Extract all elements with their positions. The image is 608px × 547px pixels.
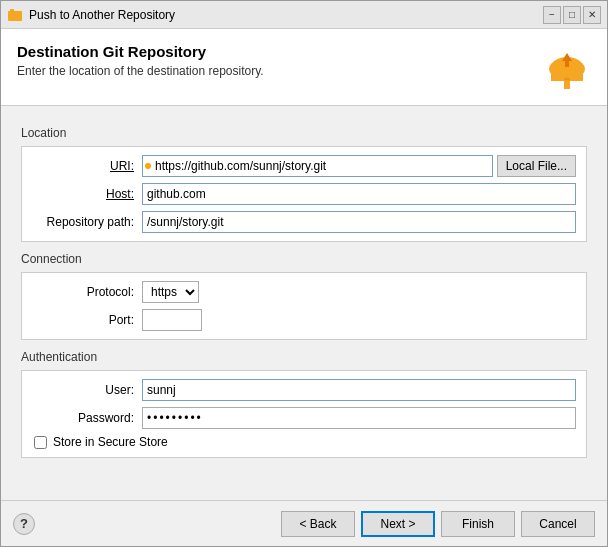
uri-input[interactable] bbox=[142, 155, 493, 177]
back-button[interactable]: < Back bbox=[281, 511, 355, 537]
svg-rect-1 bbox=[10, 9, 14, 13]
title-bar: Push to Another Repository − □ ✕ bbox=[1, 1, 607, 29]
title-bar-buttons: − □ ✕ bbox=[543, 6, 601, 24]
store-checkbox-row: Store in Secure Store bbox=[32, 435, 576, 449]
connection-section: Protocol: https ssh git Port: bbox=[21, 272, 587, 340]
local-file-button[interactable]: Local File... bbox=[497, 155, 576, 177]
svg-rect-0 bbox=[8, 11, 22, 21]
content-area: Location URI: Local File... Host: bbox=[1, 106, 607, 500]
close-button[interactable]: ✕ bbox=[583, 6, 601, 24]
auth-section: User: Password: Store in Secure Store bbox=[21, 370, 587, 458]
user-input[interactable] bbox=[142, 379, 576, 401]
cloud-upload-icon bbox=[545, 43, 589, 91]
port-label: Port: bbox=[32, 313, 142, 327]
uri-dot-indicator bbox=[145, 163, 151, 169]
uri-label: URI: bbox=[32, 159, 142, 173]
footer: ? < Back Next > Finish Cancel bbox=[1, 500, 607, 546]
uri-input-wrap bbox=[142, 155, 493, 177]
footer-right: < Back Next > Finish Cancel bbox=[281, 511, 595, 537]
header: Destination Git Repository Enter the loc… bbox=[1, 29, 607, 106]
next-button[interactable]: Next > bbox=[361, 511, 435, 537]
port-input[interactable] bbox=[142, 309, 202, 331]
password-row: Password: bbox=[32, 407, 576, 429]
uri-row: URI: Local File... bbox=[32, 155, 576, 177]
auth-section-label: Authentication bbox=[21, 350, 587, 364]
help-button[interactable]: ? bbox=[13, 513, 35, 535]
window-icon bbox=[7, 7, 23, 23]
user-row: User: bbox=[32, 379, 576, 401]
host-row: Host: bbox=[32, 183, 576, 205]
svg-rect-9 bbox=[565, 59, 569, 67]
cancel-button[interactable]: Cancel bbox=[521, 511, 595, 537]
protocol-label: Protocol: bbox=[32, 285, 142, 299]
svg-point-7 bbox=[564, 78, 570, 81]
title-bar-text: Push to Another Repository bbox=[29, 8, 543, 22]
host-label: Host: bbox=[32, 187, 142, 201]
maximize-button[interactable]: □ bbox=[563, 6, 581, 24]
password-input[interactable] bbox=[142, 407, 576, 429]
location-section: URI: Local File... Host: Repository path… bbox=[21, 146, 587, 242]
host-input[interactable] bbox=[142, 183, 576, 205]
password-label: Password: bbox=[32, 411, 142, 425]
repo-path-row: Repository path: bbox=[32, 211, 576, 233]
port-row: Port: bbox=[32, 309, 576, 331]
dialog-subtitle: Enter the location of the destination re… bbox=[17, 64, 264, 78]
user-label: User: bbox=[32, 383, 142, 397]
protocol-row: Protocol: https ssh git bbox=[32, 281, 576, 303]
cloud-icon bbox=[543, 43, 591, 91]
dialog-title: Destination Git Repository bbox=[17, 43, 264, 60]
repo-path-label: Repository path: bbox=[32, 215, 142, 229]
footer-left: ? bbox=[13, 513, 35, 535]
location-section-label: Location bbox=[21, 126, 587, 140]
header-text: Destination Git Repository Enter the loc… bbox=[17, 43, 264, 78]
protocol-select[interactable]: https ssh git bbox=[142, 281, 199, 303]
repo-path-input[interactable] bbox=[142, 211, 576, 233]
main-window: Push to Another Repository − □ ✕ Destina… bbox=[0, 0, 608, 547]
store-checkbox[interactable] bbox=[34, 436, 47, 449]
connection-section-label: Connection bbox=[21, 252, 587, 266]
store-checkbox-label: Store in Secure Store bbox=[53, 435, 168, 449]
minimize-button[interactable]: − bbox=[543, 6, 561, 24]
finish-button[interactable]: Finish bbox=[441, 511, 515, 537]
